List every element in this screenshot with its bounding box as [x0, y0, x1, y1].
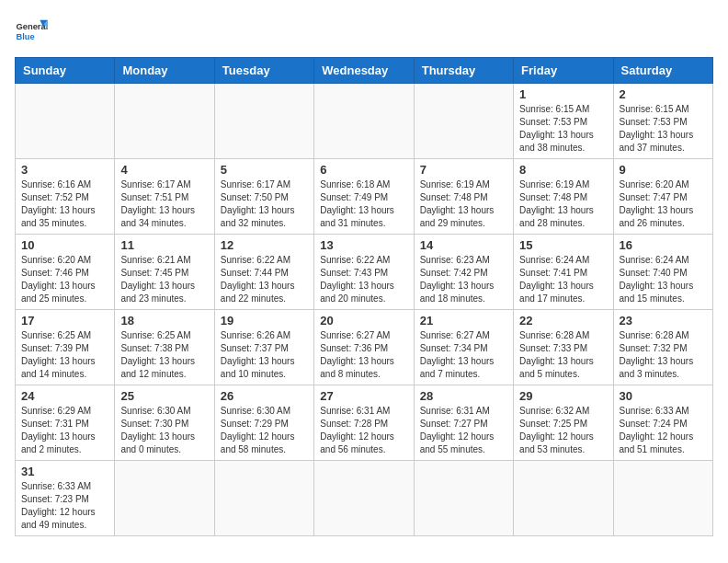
- day-info: Sunrise: 6:31 AM Sunset: 7:27 PM Dayligh…: [420, 405, 507, 456]
- day-info: Sunrise: 6:26 AM Sunset: 7:37 PM Dayligh…: [221, 329, 308, 381]
- calendar-cell: 4Sunrise: 6:17 AM Sunset: 7:51 PM Daylig…: [115, 159, 214, 235]
- day-info: Sunrise: 6:22 AM Sunset: 7:43 PM Dayligh…: [320, 254, 407, 305]
- day-number: 13: [320, 238, 407, 252]
- day-number: 18: [120, 314, 208, 327]
- calendar-cell: 13Sunrise: 6:22 AM Sunset: 7:43 PM Dayli…: [314, 235, 414, 310]
- calendar-cell: 3Sunrise: 6:16 AM Sunset: 7:52 PM Daylig…: [16, 159, 115, 235]
- day-info: Sunrise: 6:33 AM Sunset: 7:23 PM Dayligh…: [21, 480, 108, 532]
- day-info: Sunrise: 6:20 AM Sunset: 7:46 PM Dayligh…: [21, 254, 108, 305]
- calendar-cell: [314, 84, 414, 159]
- day-info: Sunrise: 6:25 AM Sunset: 7:39 PM Dayligh…: [21, 329, 108, 381]
- calendar-cell: [214, 84, 313, 159]
- calendar-cell: 9Sunrise: 6:20 AM Sunset: 7:47 PM Daylig…: [613, 159, 712, 235]
- calendar-week-row: 31Sunrise: 6:33 AM Sunset: 7:23 PM Dayli…: [16, 461, 713, 536]
- day-info: Sunrise: 6:21 AM Sunset: 7:45 PM Dayligh…: [120, 254, 208, 305]
- day-info: Sunrise: 6:24 AM Sunset: 7:40 PM Dayligh…: [620, 254, 707, 305]
- calendar-cell: 21Sunrise: 6:27 AM Sunset: 7:34 PM Dayli…: [414, 310, 513, 385]
- calendar-cell: 6Sunrise: 6:18 AM Sunset: 7:49 PM Daylig…: [314, 159, 414, 235]
- calendar-cell: 14Sunrise: 6:23 AM Sunset: 7:42 PM Dayli…: [414, 235, 513, 310]
- weekday-header: Saturday: [613, 58, 712, 84]
- day-info: Sunrise: 6:29 AM Sunset: 7:31 PM Dayligh…: [21, 405, 108, 456]
- weekday-header: Thursday: [414, 58, 513, 84]
- day-info: Sunrise: 6:17 AM Sunset: 7:50 PM Dayligh…: [221, 178, 308, 230]
- day-info: Sunrise: 6:28 AM Sunset: 7:32 PM Dayligh…: [620, 329, 707, 381]
- calendar-cell: 10Sunrise: 6:20 AM Sunset: 7:46 PM Dayli…: [16, 235, 115, 310]
- calendar-week-row: 10Sunrise: 6:20 AM Sunset: 7:46 PM Dayli…: [16, 235, 713, 310]
- svg-text:Blue: Blue: [16, 32, 34, 41]
- weekday-header: Sunday: [16, 58, 115, 84]
- day-number: 27: [320, 389, 407, 403]
- day-info: Sunrise: 6:33 AM Sunset: 7:24 PM Dayligh…: [620, 405, 707, 456]
- calendar-cell: [214, 461, 313, 536]
- calendar-cell: 30Sunrise: 6:33 AM Sunset: 7:24 PM Dayli…: [613, 385, 712, 461]
- calendar-cell: 27Sunrise: 6:31 AM Sunset: 7:28 PM Dayli…: [314, 385, 414, 461]
- logo-icon: General Blue: [15, 15, 48, 48]
- day-number: 26: [221, 389, 308, 403]
- calendar-cell: 5Sunrise: 6:17 AM Sunset: 7:50 PM Daylig…: [214, 159, 313, 235]
- day-number: 16: [620, 238, 707, 252]
- calendar-cell: 23Sunrise: 6:28 AM Sunset: 7:32 PM Dayli…: [613, 310, 712, 385]
- day-number: 28: [420, 389, 507, 403]
- calendar-cell: [115, 84, 214, 159]
- calendar-cell: 20Sunrise: 6:27 AM Sunset: 7:36 PM Dayli…: [314, 310, 414, 385]
- day-number: 5: [221, 163, 308, 177]
- day-info: Sunrise: 6:27 AM Sunset: 7:36 PM Dayligh…: [320, 329, 407, 381]
- day-info: Sunrise: 6:25 AM Sunset: 7:38 PM Dayligh…: [120, 329, 208, 381]
- page-header: General Blue: [15, 15, 713, 48]
- calendar-cell: [414, 84, 513, 159]
- logo: General Blue: [15, 15, 48, 48]
- day-number: 30: [620, 389, 707, 403]
- day-number: 6: [320, 163, 407, 177]
- day-info: Sunrise: 6:32 AM Sunset: 7:25 PM Dayligh…: [519, 405, 607, 456]
- day-number: 2: [620, 87, 707, 101]
- calendar-cell: 22Sunrise: 6:28 AM Sunset: 7:33 PM Dayli…: [514, 310, 613, 385]
- day-number: 15: [519, 238, 607, 252]
- calendar-cell: 29Sunrise: 6:32 AM Sunset: 7:25 PM Dayli…: [514, 385, 613, 461]
- day-number: 25: [120, 389, 208, 403]
- calendar-week-row: 17Sunrise: 6:25 AM Sunset: 7:39 PM Dayli…: [16, 310, 713, 385]
- calendar-table: SundayMondayTuesdayWednesdayThursdayFrid…: [15, 57, 713, 536]
- day-info: Sunrise: 6:23 AM Sunset: 7:42 PM Dayligh…: [420, 254, 507, 305]
- calendar-cell: 2Sunrise: 6:15 AM Sunset: 7:53 PM Daylig…: [613, 84, 712, 159]
- day-info: Sunrise: 6:30 AM Sunset: 7:29 PM Dayligh…: [221, 405, 308, 456]
- calendar-cell: 26Sunrise: 6:30 AM Sunset: 7:29 PM Dayli…: [214, 385, 313, 461]
- day-number: 19: [221, 314, 308, 327]
- calendar-week-row: 1Sunrise: 6:15 AM Sunset: 7:53 PM Daylig…: [16, 84, 713, 159]
- day-number: 12: [221, 238, 308, 252]
- day-info: Sunrise: 6:27 AM Sunset: 7:34 PM Dayligh…: [420, 329, 507, 381]
- day-number: 31: [21, 465, 108, 478]
- calendar-cell: 11Sunrise: 6:21 AM Sunset: 7:45 PM Dayli…: [115, 235, 214, 310]
- day-number: 24: [21, 389, 108, 403]
- day-number: 17: [21, 314, 108, 327]
- calendar-cell: 12Sunrise: 6:22 AM Sunset: 7:44 PM Dayli…: [214, 235, 313, 310]
- calendar-cell: 8Sunrise: 6:19 AM Sunset: 7:48 PM Daylig…: [514, 159, 613, 235]
- calendar-week-row: 24Sunrise: 6:29 AM Sunset: 7:31 PM Dayli…: [16, 385, 713, 461]
- calendar-cell: [115, 461, 214, 536]
- day-info: Sunrise: 6:28 AM Sunset: 7:33 PM Dayligh…: [519, 329, 607, 381]
- day-info: Sunrise: 6:15 AM Sunset: 7:53 PM Dayligh…: [519, 103, 607, 155]
- day-number: 9: [620, 163, 707, 177]
- day-number: 8: [519, 163, 607, 177]
- day-number: 20: [320, 314, 407, 327]
- calendar-cell: 7Sunrise: 6:19 AM Sunset: 7:48 PM Daylig…: [414, 159, 513, 235]
- calendar-cell: [514, 461, 613, 536]
- day-number: 4: [120, 163, 208, 177]
- calendar-cell: [414, 461, 513, 536]
- day-number: 21: [420, 314, 507, 327]
- day-info: Sunrise: 6:16 AM Sunset: 7:52 PM Dayligh…: [21, 178, 108, 230]
- calendar-week-row: 3Sunrise: 6:16 AM Sunset: 7:52 PM Daylig…: [16, 159, 713, 235]
- calendar-cell: 19Sunrise: 6:26 AM Sunset: 7:37 PM Dayli…: [214, 310, 313, 385]
- weekday-header: Tuesday: [214, 58, 313, 84]
- day-number: 3: [21, 163, 108, 177]
- day-number: 23: [620, 314, 707, 327]
- day-number: 22: [519, 314, 607, 327]
- day-info: Sunrise: 6:30 AM Sunset: 7:30 PM Dayligh…: [120, 405, 208, 456]
- calendar-cell: [613, 461, 712, 536]
- day-info: Sunrise: 6:15 AM Sunset: 7:53 PM Dayligh…: [620, 103, 707, 155]
- calendar-cell: 1Sunrise: 6:15 AM Sunset: 7:53 PM Daylig…: [514, 84, 613, 159]
- calendar-cell: 25Sunrise: 6:30 AM Sunset: 7:30 PM Dayli…: [115, 385, 214, 461]
- day-info: Sunrise: 6:24 AM Sunset: 7:41 PM Dayligh…: [519, 254, 607, 305]
- calendar-cell: 17Sunrise: 6:25 AM Sunset: 7:39 PM Dayli…: [16, 310, 115, 385]
- weekday-header: Wednesday: [314, 58, 414, 84]
- day-info: Sunrise: 6:17 AM Sunset: 7:51 PM Dayligh…: [120, 178, 208, 230]
